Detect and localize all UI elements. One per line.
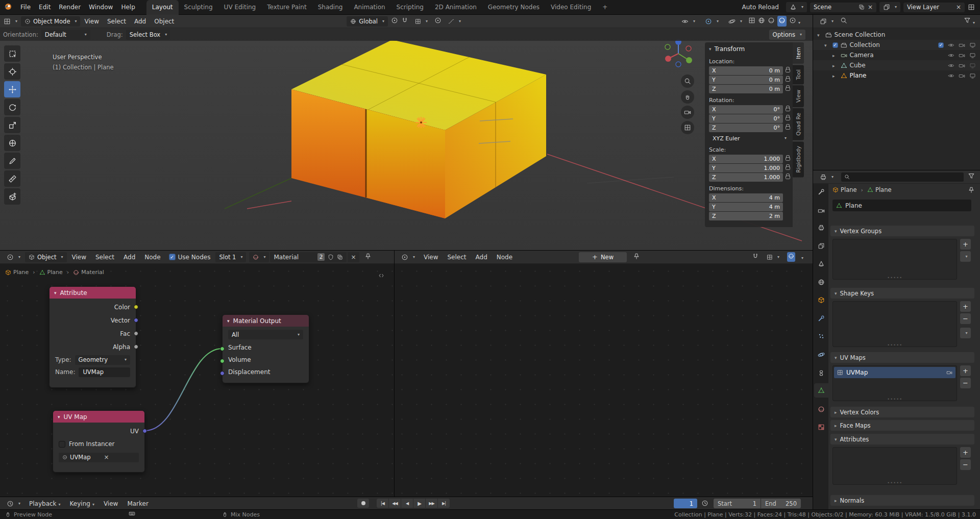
tab-scene[interactable] bbox=[814, 257, 828, 271]
mode-dropdown[interactable]: Object Mode bbox=[21, 16, 80, 27]
vertex-groups-list[interactable] bbox=[832, 239, 957, 280]
jump-to-end-button[interactable]: ▶| bbox=[438, 499, 450, 508]
tab-object[interactable] bbox=[814, 293, 828, 307]
collection-checkbox[interactable] bbox=[938, 42, 944, 48]
rotation-y-field[interactable]: Y0° bbox=[709, 114, 783, 123]
tab-output[interactable] bbox=[814, 220, 828, 235]
xray-toggle[interactable] bbox=[748, 17, 755, 26]
lock-icon[interactable] bbox=[786, 126, 790, 130]
lock-icon[interactable] bbox=[786, 108, 790, 111]
dimensions-z-field[interactable]: Z2 m bbox=[709, 212, 783, 220]
tool-rotate[interactable] bbox=[4, 99, 20, 115]
properties-search-input[interactable] bbox=[841, 172, 964, 182]
shape-keys-list[interactable] bbox=[832, 301, 957, 347]
options-dropdown[interactable]: Options bbox=[769, 30, 805, 40]
tab-material[interactable] bbox=[814, 402, 828, 416]
editor-type-dropdown[interactable] bbox=[0, 16, 21, 27]
object-visibility-dropdown[interactable] bbox=[678, 16, 699, 27]
node-uv-map-header[interactable]: UV Map bbox=[53, 411, 144, 423]
socket-surface-input[interactable] bbox=[220, 347, 225, 351]
tree-row-collection[interactable]: Collection bbox=[813, 40, 980, 50]
workspace-tab-layout[interactable]: Layout bbox=[146, 0, 179, 15]
tab-texture[interactable] bbox=[814, 420, 828, 434]
snap-magnet-icon[interactable] bbox=[752, 253, 759, 261]
sidebar-tab-tool[interactable]: Tool bbox=[793, 65, 804, 84]
tool-scale[interactable] bbox=[4, 117, 20, 133]
overlays-dropdown[interactable] bbox=[725, 16, 746, 27]
shape-key-specials-button[interactable] bbox=[960, 328, 971, 338]
lock-icon[interactable] bbox=[786, 176, 790, 179]
tab-object-data[interactable] bbox=[814, 383, 828, 398]
play-button[interactable]: ▶ bbox=[413, 499, 425, 508]
viewport-menu-select[interactable]: Select bbox=[103, 18, 130, 25]
workspace-tab-2d-animation[interactable]: 2D Animation bbox=[429, 0, 482, 15]
frame-end-field[interactable]: End250 bbox=[761, 499, 801, 508]
panel-shape-keys[interactable]: Shape Keys bbox=[830, 288, 974, 299]
frame-start-field[interactable]: Start1 bbox=[714, 499, 761, 508]
workspace-tab-sculpting[interactable]: Sculpting bbox=[179, 0, 218, 15]
tool-cursor[interactable] bbox=[4, 63, 20, 80]
filter-icon[interactable] bbox=[968, 172, 977, 181]
tree-row-plane[interactable]: Plane bbox=[813, 70, 980, 81]
menu-render[interactable]: Render bbox=[55, 4, 85, 11]
panel-face-maps[interactable]: Face Maps bbox=[830, 420, 974, 431]
shading-wireframe-button[interactable] bbox=[758, 17, 765, 26]
workspace-tab-geometry-nodes[interactable]: Geometry Nodes bbox=[482, 0, 545, 15]
tab-world[interactable] bbox=[814, 275, 828, 289]
viewport-menu-object[interactable]: Object bbox=[150, 18, 178, 25]
pan-hand-button[interactable] bbox=[681, 90, 694, 104]
scene-name-field[interactable]: Scene bbox=[810, 3, 876, 12]
pivot-icon[interactable] bbox=[391, 17, 398, 26]
socket-volume-input[interactable] bbox=[220, 359, 225, 363]
workspace-tab-video-editing[interactable]: Video Editing bbox=[545, 0, 597, 15]
panel-uv-maps[interactable]: UV Maps bbox=[830, 352, 974, 363]
tree-row-camera[interactable]: Camera bbox=[813, 50, 980, 60]
lock-icon[interactable] bbox=[786, 87, 790, 91]
lock-icon[interactable] bbox=[786, 69, 790, 72]
node-menu-node[interactable]: Node bbox=[493, 254, 517, 261]
shading-rendered-button[interactable] bbox=[789, 17, 800, 26]
output-target-dropdown[interactable]: All bbox=[228, 330, 303, 339]
remove-shape-key-button[interactable] bbox=[960, 313, 971, 324]
render-layer-icon[interactable] bbox=[968, 4, 975, 11]
timeline-menu-marker[interactable]: Marker bbox=[123, 500, 152, 507]
tab-constraints[interactable] bbox=[814, 366, 828, 380]
sidebar-tab-quad-remesher[interactable]: Quad Re bbox=[793, 108, 804, 140]
lock-icon[interactable] bbox=[786, 166, 790, 170]
dimensions-x-field[interactable]: X4 m bbox=[709, 193, 783, 202]
proportional-edit-icon[interactable] bbox=[434, 17, 442, 26]
snap-magnet-icon[interactable] bbox=[401, 17, 408, 26]
attributes-list[interactable] bbox=[832, 447, 957, 485]
uv-map-row[interactable]: UVMap bbox=[834, 367, 955, 378]
sidebar-tab-view[interactable]: View bbox=[793, 85, 804, 107]
vertex-group-specials-button[interactable] bbox=[960, 251, 971, 262]
view-layer-field[interactable]: View Layer bbox=[903, 3, 965, 12]
lock-icon[interactable] bbox=[786, 117, 790, 120]
disable-render-icon[interactable] bbox=[959, 62, 965, 69]
drag-value-dropdown[interactable]: Select Box bbox=[126, 30, 170, 40]
orientation-dropdown[interactable]: Global bbox=[347, 16, 388, 27]
menu-file[interactable]: File bbox=[16, 4, 35, 11]
tab-render[interactable] bbox=[814, 204, 828, 218]
zoom-button[interactable] bbox=[681, 75, 694, 88]
location-y-field[interactable]: Y0 m bbox=[709, 76, 783, 84]
play-reverse-button[interactable]: ◀ bbox=[401, 499, 413, 508]
shading-material-button[interactable] bbox=[777, 16, 787, 27]
auto-key-button[interactable] bbox=[357, 499, 369, 508]
jump-to-start-button[interactable]: |◀ bbox=[377, 499, 388, 508]
scene-browse-dropdown[interactable] bbox=[786, 2, 807, 12]
remove-attribute-button[interactable] bbox=[960, 459, 971, 470]
tool-annotate[interactable] bbox=[4, 153, 20, 169]
next-keyframe-button[interactable]: ▶▶ bbox=[426, 499, 437, 508]
tool-measure[interactable] bbox=[4, 170, 20, 187]
node-menu-view[interactable]: View bbox=[420, 254, 442, 261]
view-layer-browse-dropdown[interactable] bbox=[879, 2, 900, 12]
node-menu-add[interactable]: Add bbox=[472, 254, 492, 261]
node-menu-select[interactable]: Select bbox=[444, 254, 471, 261]
node-attribute[interactable]: Attribute Color Vector Fac Alpha Type: G… bbox=[49, 286, 136, 388]
rotation-mode-dropdown[interactable]: XYZ Euler bbox=[709, 134, 790, 143]
add-attribute-button[interactable] bbox=[960, 447, 971, 458]
tool-move[interactable] bbox=[4, 81, 20, 97]
menu-help[interactable]: Help bbox=[117, 4, 139, 11]
remove-view-layer-icon[interactable] bbox=[956, 4, 961, 11]
